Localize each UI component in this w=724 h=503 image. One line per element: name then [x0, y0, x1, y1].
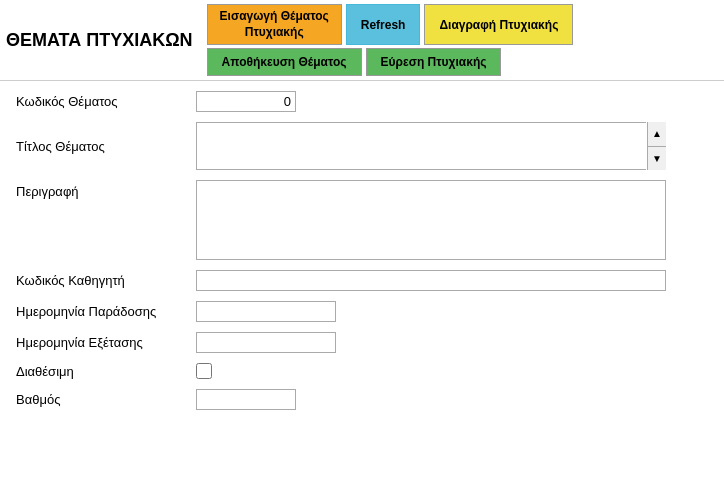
- delivery-label: Ημερομηνία Παράδοσης: [16, 304, 196, 319]
- grade-input[interactable]: [196, 389, 296, 410]
- find-button[interactable]: Εύρεση Πτυχιακής: [366, 48, 502, 76]
- delivery-input[interactable]: [196, 301, 336, 322]
- title-down-arrow[interactable]: ▼: [648, 147, 666, 171]
- page-title: ΘΕΜΑΤΑ ΠΤΥΧΙΑΚΩΝ: [6, 4, 203, 76]
- delivery-row: Ημερομηνία Παράδοσης: [16, 301, 708, 322]
- save-button[interactable]: Αποθήκευση Θέματος: [207, 48, 362, 76]
- desc-row: Περιγραφή: [16, 180, 708, 260]
- delete-button[interactable]: Διαγραφή Πτυχιακής: [424, 4, 573, 45]
- desc-textarea[interactable]: [196, 180, 666, 260]
- form-area: Κωδικός Θέματος Τίτλος Θέματος ▲ ▼ Περιγ…: [0, 81, 724, 430]
- exam-input[interactable]: [196, 332, 336, 353]
- btn-row-top: Εισαγωγή Θέματος Πτυχιακής Refresh Διαγρ…: [207, 4, 574, 45]
- grade-row: Βαθμός: [16, 389, 708, 410]
- desc-label: Περιγραφή: [16, 180, 196, 199]
- btn-row-bottom: Αποθήκευση Θέματος Εύρεση Πτυχιακής: [207, 48, 574, 76]
- title-wrapper: ▲ ▼: [196, 122, 666, 170]
- prof-row: Κωδικός Καθηγητή: [16, 270, 708, 291]
- title-row: Τίτλος Θέματος ▲ ▼: [16, 122, 708, 170]
- available-label: Διαθέσιμη: [16, 364, 196, 379]
- title-arrows: ▲ ▼: [647, 122, 666, 170]
- title-input[interactable]: [196, 122, 646, 170]
- exam-row: Ημερομηνία Εξέτασης: [16, 332, 708, 353]
- code-label: Κωδικός Θέματος: [16, 94, 196, 109]
- code-row: Κωδικός Θέματος: [16, 91, 708, 112]
- grade-label: Βαθμός: [16, 392, 196, 407]
- refresh-button[interactable]: Refresh: [346, 4, 421, 45]
- insert-button[interactable]: Εισαγωγή Θέματος Πτυχιακής: [207, 4, 342, 45]
- code-input[interactable]: [196, 91, 296, 112]
- header: ΘΕΜΑΤΑ ΠΤΥΧΙΑΚΩΝ Εισαγωγή Θέματος Πτυχια…: [0, 0, 724, 81]
- available-row: Διαθέσιμη: [16, 363, 708, 379]
- button-group: Εισαγωγή Θέματος Πτυχιακής Refresh Διαγρ…: [207, 4, 574, 76]
- title-label: Τίτλος Θέματος: [16, 139, 196, 154]
- exam-label: Ημερομηνία Εξέτασης: [16, 335, 196, 350]
- prof-label: Κωδικός Καθηγητή: [16, 273, 196, 288]
- title-up-arrow[interactable]: ▲: [648, 122, 666, 147]
- available-checkbox[interactable]: [196, 363, 212, 379]
- prof-input[interactable]: [196, 270, 666, 291]
